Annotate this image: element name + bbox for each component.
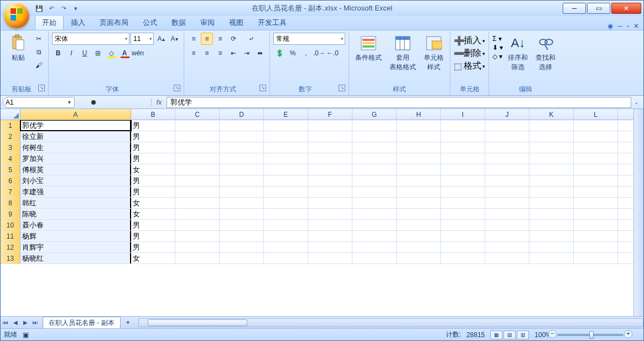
cell[interactable] [220, 231, 264, 241]
fill-icon[interactable]: ⬇ ▾ [492, 44, 503, 51]
cell[interactable] [574, 198, 618, 208]
column-header[interactable]: A [20, 109, 131, 120]
cell[interactable] [264, 242, 308, 252]
cell[interactable] [397, 209, 441, 219]
align-left-icon[interactable]: ≡ [188, 47, 200, 59]
cell[interactable] [220, 209, 264, 219]
qat-undo-icon[interactable]: ↶ [47, 4, 56, 13]
cell[interactable]: 女 [131, 253, 175, 264]
cell[interactable]: 杨辉 [20, 231, 131, 241]
column-header[interactable]: F [308, 109, 352, 120]
mdi-close-icon[interactable]: ✕ [633, 22, 639, 30]
cell[interactable] [352, 231, 397, 241]
cell[interactable] [308, 142, 352, 153]
cell[interactable] [264, 220, 308, 230]
cell[interactable] [441, 131, 485, 142]
cell[interactable] [308, 209, 352, 219]
cell[interactable] [529, 131, 574, 142]
font-name-combo[interactable]: 宋体 [52, 33, 129, 45]
cell[interactable] [485, 131, 529, 142]
cell[interactable] [574, 187, 618, 197]
number-dialog-icon[interactable]: ↘ [339, 85, 345, 91]
comma-icon[interactable]: , [300, 47, 312, 59]
copy-icon[interactable]: ⧉ [33, 46, 45, 58]
cell[interactable] [352, 142, 397, 153]
cell[interactable] [529, 187, 574, 197]
cell[interactable]: 男 [131, 153, 175, 164]
cell[interactable]: 何树生 [20, 142, 131, 153]
align-center-icon[interactable]: ≡ [201, 47, 213, 59]
cell[interactable] [175, 142, 220, 153]
cell[interactable] [352, 253, 397, 264]
cell[interactable]: 李建强 [20, 187, 131, 197]
row-header[interactable]: 2 [1, 131, 20, 142]
bold-button[interactable]: B [52, 47, 64, 59]
cell[interactable] [352, 153, 397, 164]
cell[interactable] [529, 198, 574, 208]
ribbon-tab-4[interactable]: 数据 [164, 15, 193, 30]
cell[interactable] [397, 164, 441, 175]
cell[interactable] [441, 120, 485, 131]
cell[interactable] [175, 220, 220, 230]
cell[interactable] [175, 164, 220, 175]
cell[interactable] [352, 198, 397, 208]
cell[interactable] [220, 142, 264, 153]
row-header[interactable]: 7 [1, 187, 20, 197]
align-middle-icon[interactable]: ≡ [201, 33, 213, 45]
cell[interactable] [485, 198, 529, 208]
phonetic-icon[interactable]: wén [132, 47, 144, 59]
cell[interactable] [529, 120, 574, 131]
cell[interactable]: 女 [131, 209, 175, 219]
cell[interactable] [485, 209, 529, 219]
cell[interactable] [352, 209, 397, 219]
cell[interactable] [264, 142, 308, 153]
column-header[interactable]: E [264, 109, 308, 120]
cut-icon[interactable]: ✂ [33, 33, 45, 45]
cell[interactable] [485, 253, 529, 264]
cell[interactable] [352, 187, 397, 197]
clipboard-dialog-icon[interactable]: ↘ [38, 85, 45, 91]
cell[interactable] [220, 220, 264, 230]
grow-font-icon[interactable]: A▴ [155, 33, 167, 45]
cell[interactable] [264, 153, 308, 164]
cell[interactable]: 杨晓红 [20, 253, 131, 264]
cell[interactable] [529, 253, 574, 264]
cell[interactable] [308, 164, 352, 175]
cell[interactable] [397, 253, 441, 264]
row-header[interactable]: 1 [1, 120, 20, 131]
cell[interactable]: 刘小宝 [20, 175, 131, 186]
paste-button[interactable]: 粘贴 [6, 33, 30, 64]
align-right-icon[interactable]: ≡ [214, 47, 226, 59]
cell[interactable]: 男 [131, 242, 175, 252]
cell[interactable]: 男 [131, 131, 175, 142]
cell[interactable] [529, 242, 574, 252]
cell[interactable] [485, 120, 529, 131]
cell[interactable] [485, 242, 529, 252]
cell[interactable] [529, 175, 574, 186]
inc-decimal-icon[interactable]: .0→ [313, 47, 325, 59]
find-select-button[interactable]: 查找和 选择 [533, 33, 558, 74]
cell[interactable] [175, 120, 220, 131]
font-color-icon[interactable]: A [118, 47, 131, 59]
cell[interactable] [529, 153, 574, 164]
cell[interactable] [264, 164, 308, 175]
cell[interactable] [441, 153, 485, 164]
namebox-handle-icon[interactable] [91, 100, 96, 105]
column-header[interactable]: G [352, 109, 397, 120]
cell[interactable] [574, 209, 618, 219]
cell[interactable] [574, 253, 618, 264]
ribbon-tab-6[interactable]: 视图 [222, 15, 251, 30]
cell[interactable] [308, 242, 352, 252]
column-header[interactable]: J [485, 109, 529, 120]
cell[interactable]: 傅根英 [20, 164, 131, 175]
cell[interactable] [574, 175, 618, 186]
cell[interactable] [397, 175, 441, 186]
minimize-button[interactable]: ─ [563, 3, 586, 14]
cell[interactable]: 男 [131, 120, 175, 131]
cell[interactable] [441, 253, 485, 264]
cell[interactable] [308, 153, 352, 164]
cell[interactable] [574, 120, 618, 131]
cell[interactable] [175, 131, 220, 142]
view-pagebreak-icon[interactable]: ▥ [517, 330, 529, 339]
cell[interactable] [574, 231, 618, 241]
